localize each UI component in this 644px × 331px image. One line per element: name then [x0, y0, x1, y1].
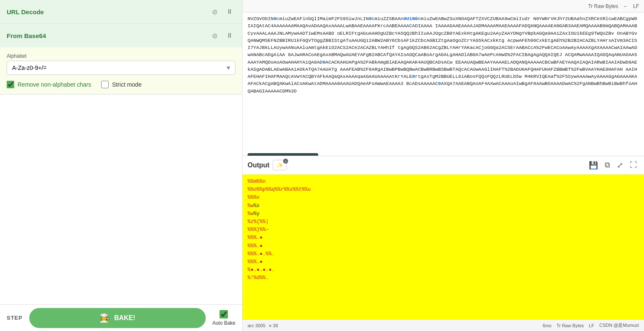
status-right: 6ms Tr Raw Bytes LF CSDN @是Mumuzi [543, 322, 639, 328]
output-line: %%%.● [248, 242, 639, 250]
url-decode-title: URL Decode [7, 8, 44, 15]
from-base64-block: From Base64 ⊘ ⏸ Alphabet A-Za-z0-9+/= ▼ … [0, 24, 242, 95]
url-decode-header: URL Decode ⊘ ⏸ [0, 0, 242, 23]
url-decode-block: URL Decode ⊘ ⏸ [0, 0, 242, 24]
output-line: %%%.● [248, 234, 639, 242]
from-base64-disable-btn[interactable]: ⊘ [209, 30, 220, 41]
input-area[interactable]: NVZGVObIN0cmiuZwEAFinbQlIMaimF2FS9SiwJnL… [243, 13, 644, 156]
left-spacer [0, 95, 242, 304]
output-line: %z%{%%| [248, 218, 639, 226]
fullscreen-output-button[interactable]: ⛶ [628, 159, 639, 171]
arc-label: arc 3005 [248, 323, 266, 328]
from-base64-title: From Base64 [7, 32, 46, 39]
strict-mode-text: Strict mode [112, 81, 142, 88]
save-output-button[interactable]: 💾 [587, 159, 600, 172]
output-content[interactable]: %%m%%n %%o%%p%%q%%r%%s%%t%%u %%%v %w%x %… [243, 174, 644, 319]
url-decode-icons: ⊘ ⏸ [209, 6, 235, 18]
from-base64-pause-btn[interactable]: ⏸ [224, 30, 235, 41]
alphabet-select[interactable]: A-Za-z0-9+/= [7, 61, 235, 75]
from-base64-icons: ⊘ ⏸ [209, 30, 235, 41]
checkboxes-row: Remove non-alphabet chars Strict mode [7, 81, 235, 88]
raw-bytes-label: Tr Raw Bytes [588, 3, 618, 9]
auto-bake-label: Auto Bake [212, 320, 235, 326]
output-title: Output [248, 162, 269, 169]
chef-icon: 🧑‍🍳 [100, 313, 110, 323]
right-panel: Tr Raw Bytes ← LF NVZGVObIN0cmiuZwEAFinb… [243, 0, 644, 331]
magic-wand-button[interactable]: ✨ × [273, 160, 287, 170]
output-actions: 💾 ⧉ ⤢ ⛶ [587, 159, 639, 172]
watermark-label: CSDN @是Mumuzi [599, 322, 639, 328]
output-line: %%%.● [248, 258, 639, 266]
output-line: %w%x [248, 202, 639, 210]
remove-non-alphabet-label[interactable]: Remove non-alphabet chars [7, 81, 91, 88]
alphabet-select-wrapper: A-Za-z0-9+/= ▼ [7, 61, 235, 75]
input-toolbar: Tr Raw Bytes ← LF [243, 0, 644, 13]
lf-label: LF [633, 3, 639, 9]
bottom-status-bar: arc 3005 ≡ 38 6ms Tr Raw Bytes LF CSDN @… [243, 319, 644, 331]
strict-mode-label[interactable]: Strict mode [101, 81, 142, 88]
step-label: STEP [7, 315, 23, 321]
from-base64-body: Alphabet A-Za-z0-9+/= ▼ Remove non-alpha… [0, 47, 242, 94]
status-left: arc 3005 ≡ 38 [248, 323, 278, 328]
url-decode-pause-btn[interactable]: ⏸ [224, 6, 235, 18]
output-line: %%o%%p%%q%%r%%s%%t%%u [248, 186, 639, 194]
bottom-bar: STEP 🧑‍🍳 BAKE! Auto Bake [0, 304, 242, 331]
lf-footer-label: LF [589, 323, 594, 328]
auto-bake-checkbox[interactable] [220, 310, 228, 318]
bake-label: BAKE! [114, 314, 135, 322]
alphabet-label: Alphabet [7, 53, 235, 59]
output-line: %w%y [248, 210, 639, 218]
output-line: %%%v [248, 194, 639, 202]
output-title-area: Output ✨ × [248, 160, 287, 170]
lines-label: ≡ 38 [269, 323, 278, 328]
strict-mode-checkbox[interactable] [101, 81, 109, 88]
output-line: %%%}%%~ [248, 226, 639, 234]
magic-icon: ✨ [276, 162, 283, 168]
java-class-tooltip: Java Class file detected [248, 153, 318, 156]
output-line: %%%.●.%%. [248, 250, 639, 258]
raw-bytes-footer-label: Tr Raw Bytes [557, 323, 584, 328]
copy-output-button[interactable]: ⧉ [603, 159, 612, 171]
input-text: NVZGVObIN0cmiuZwEAFinbQlIMaimF2FS9SiwJnL… [248, 15, 639, 95]
output-line: %●.●.●.●. [248, 266, 639, 274]
url-decode-disable-btn[interactable]: ⊘ [209, 6, 220, 18]
arrow-left-icon: ← [623, 3, 628, 9]
output-header: Output ✨ × 💾 ⧉ ⤢ ⛶ [243, 156, 644, 174]
from-base64-header: From Base64 ⊘ ⏸ [0, 24, 242, 47]
auto-bake-wrapper: Auto Bake [212, 310, 235, 326]
left-panel: URL Decode ⊘ ⏸ From Base64 ⊘ ⏸ Alphabet … [0, 0, 243, 331]
expand-output-button[interactable]: ⤢ [615, 159, 625, 172]
output-line: %!%d%%. [248, 274, 639, 282]
time-label: 6ms [543, 323, 552, 328]
remove-non-alphabet-text: Remove non-alphabet chars [18, 81, 91, 88]
magic-close-icon: × [283, 159, 288, 164]
remove-non-alphabet-checkbox[interactable] [7, 81, 14, 88]
bake-button[interactable]: 🧑‍🍳 BAKE! [29, 308, 206, 328]
output-line: %%m%%n [248, 178, 639, 186]
